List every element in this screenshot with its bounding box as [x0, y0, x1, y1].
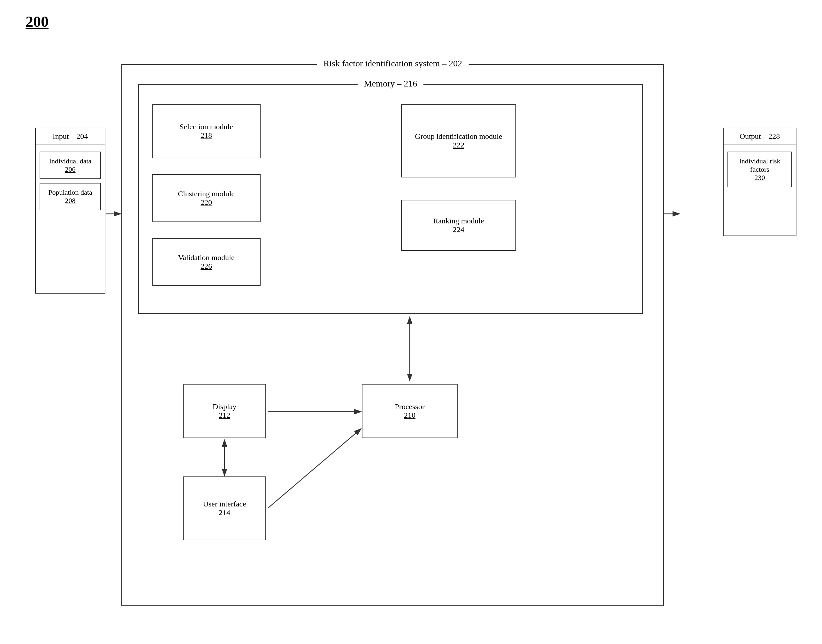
group-identification-module-box: Group identification module 222: [401, 104, 516, 178]
clustering-module-box: Clustering module 220: [152, 174, 261, 222]
processor-box: Processor 210: [362, 384, 458, 438]
selection-module-box: Selection module 218: [152, 104, 261, 158]
memory-label: Memory – 216: [358, 78, 424, 89]
system-box: Risk factor identification system – 202 …: [121, 64, 664, 606]
individual-risk-factors-box: Individual risk factors 230: [727, 152, 792, 187]
display-box: Display 212: [183, 384, 266, 438]
individual-data-box: Individual data 206: [40, 152, 101, 179]
system-label: Risk factor identification system – 202: [317, 58, 469, 69]
output-label: Output – 228: [724, 128, 796, 145]
input-box: Input – 204 Individual data 206 Populati…: [35, 128, 105, 294]
input-label: Input – 204: [36, 128, 105, 145]
figure-number: 200: [26, 13, 49, 30]
svg-line-5: [267, 429, 361, 508]
user-interface-box: User interface 214: [183, 477, 266, 540]
ranking-module-box: Ranking module 224: [401, 200, 516, 251]
validation-module-box: Validation module 226: [152, 238, 261, 286]
population-data-box: Population data 208: [40, 183, 101, 210]
output-box: Output – 228 Individual risk factors 230: [723, 128, 796, 236]
memory-box: Memory – 216 Selection module 218 Cluste…: [138, 84, 643, 314]
